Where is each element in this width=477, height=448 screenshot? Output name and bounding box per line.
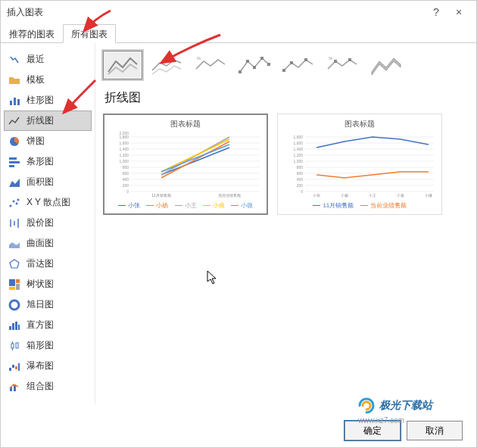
sidebar-item-surface[interactable]: 曲面图	[4, 233, 92, 254]
preview-2[interactable]: 图表标题 02004006008001,0001,2001,4001,6001,…	[277, 114, 442, 215]
sidebar-item-pie[interactable]: 饼图	[4, 131, 92, 151]
svg-point-7	[10, 204, 12, 207]
dialog-body: 最近 模板 柱形图 折线图 饼图 条形图 面积图 X Y 散点图	[1, 43, 476, 403]
sidebar-item-line[interactable]: 折线图	[4, 110, 92, 131]
preview-2-legend: 11月销售额 当前业绩售额	[282, 201, 437, 210]
svg-point-19	[10, 300, 19, 310]
sidebar-item-templates[interactable]: 模板	[4, 70, 92, 90]
svg-text:200: 200	[123, 183, 129, 188]
svg-rect-0	[10, 101, 12, 105]
subtype-stacked-line-markers[interactable]	[279, 51, 318, 79]
svg-rect-35	[238, 70, 242, 73]
subtype-stacked-line[interactable]	[147, 51, 186, 79]
svg-rect-24	[11, 344, 14, 348]
svg-text:小微: 小微	[425, 193, 432, 198]
scatter-chart-icon	[8, 197, 20, 209]
close-button[interactable]: ×	[447, 6, 470, 18]
sidebar-item-label: X Y 散点图	[26, 196, 70, 209]
line-chart-icon	[8, 115, 20, 127]
svg-text:11月销售额: 11月销售额	[151, 193, 171, 198]
waterfall-icon	[8, 360, 20, 372]
window-title: 插入图表	[7, 6, 43, 19]
svg-rect-16	[16, 279, 20, 283]
sidebar-item-waterfall[interactable]: 瀑布图	[4, 356, 92, 376]
sunburst-icon	[8, 299, 20, 311]
svg-text:小王: 小王	[369, 193, 376, 198]
subtype-100stacked-line-markers[interactable]: %	[323, 51, 362, 79]
preview-title: 图表标题	[108, 119, 263, 129]
subtype-line[interactable]	[103, 51, 142, 79]
svg-rect-22	[15, 322, 17, 330]
sidebar-item-treemap[interactable]: 树状图	[4, 274, 92, 294]
radar-chart-icon	[8, 258, 20, 270]
cancel-button[interactable]: 取消	[407, 421, 463, 440]
svg-text:200: 200	[297, 183, 304, 188]
sidebar-item-sunburst[interactable]: 旭日图	[4, 294, 92, 315]
preview-title: 图表标题	[282, 119, 437, 129]
svg-text:1,400: 1,400	[119, 147, 129, 151]
svg-rect-23	[18, 325, 20, 330]
subtype-line-markers[interactable]	[235, 51, 274, 79]
sidebar-item-label: 组合图	[26, 380, 54, 393]
tab-recommended[interactable]: 推荐的图表	[1, 24, 63, 43]
subtype-3d-line[interactable]	[366, 51, 406, 79]
svg-rect-27	[16, 343, 18, 348]
sidebar-item-bar[interactable]: 条形图	[4, 151, 92, 172]
svg-text:1,200: 1,200	[293, 153, 303, 157]
svg-text:400: 400	[297, 177, 304, 182]
tab-all-charts[interactable]: 所有图表	[63, 24, 116, 43]
sidebar-item-label: 折线图	[26, 114, 54, 127]
svg-rect-6	[9, 165, 14, 167]
svg-rect-18	[9, 287, 15, 290]
sidebar-item-histogram[interactable]: 直方图	[4, 315, 92, 335]
svg-text:1,000: 1,000	[119, 159, 129, 163]
bar-chart-icon	[8, 156, 20, 168]
svg-rect-39	[267, 63, 270, 66]
svg-text:1,200: 1,200	[119, 153, 129, 157]
sidebar-item-label: 条形图	[26, 155, 54, 168]
sidebar-item-label: 直方图	[26, 319, 54, 331]
subtype-100stacked-line[interactable]: %	[191, 51, 230, 79]
titlebar: 插入图表 ? ×	[1, 1, 476, 23]
chart-type-list: 最近 模板 柱形图 折线图 饼图 条形图 面积图 X Y 散点图	[1, 43, 95, 403]
svg-text:当前业绩售额: 当前业绩售额	[218, 193, 241, 198]
sidebar-item-label: 瀑布图	[26, 359, 54, 372]
sidebar-item-radar[interactable]: 雷达图	[4, 254, 92, 274]
sidebar-item-column[interactable]: 柱形图	[4, 90, 92, 110]
svg-point-8	[13, 200, 15, 202]
sidebar-item-combo[interactable]: 组合图	[4, 376, 92, 397]
svg-text:2,000: 2,000	[119, 131, 129, 135]
help-button[interactable]: ?	[425, 6, 447, 18]
svg-text:小张: 小张	[313, 193, 320, 198]
svg-text:小俊: 小俊	[397, 193, 404, 198]
svg-rect-43	[334, 60, 337, 63]
dialog-footer: 确定 取消	[1, 414, 476, 447]
preview-1[interactable]: 图表标题 02004006008001,0001,2001,4001,6001,…	[103, 114, 268, 215]
svg-rect-5	[9, 161, 20, 163]
svg-rect-15	[9, 279, 15, 286]
svg-text:1,600: 1,600	[119, 141, 129, 145]
svg-text:%: %	[329, 56, 333, 61]
svg-rect-37	[253, 66, 256, 69]
sidebar-item-recent[interactable]: 最近	[4, 49, 92, 70]
svg-point-9	[16, 202, 18, 204]
pie-chart-icon	[8, 135, 20, 148]
sidebar-item-label: 饼图	[26, 135, 45, 148]
ok-button[interactable]: 确定	[344, 421, 401, 440]
svg-text:%: %	[197, 56, 201, 61]
sidebar-item-area[interactable]: 面积图	[4, 172, 92, 192]
svg-text:1,600: 1,600	[293, 141, 303, 145]
sidebar-item-label: 股价图	[26, 216, 54, 229]
tab-strip: 推荐的图表 所有图表	[1, 23, 476, 43]
folder-icon	[8, 74, 20, 86]
svg-text:小杨: 小杨	[341, 193, 348, 198]
surface-chart-icon	[8, 238, 20, 250]
sidebar-item-stock[interactable]: 股价图	[4, 213, 92, 233]
svg-rect-31	[18, 363, 20, 371]
svg-text:600: 600	[123, 171, 129, 176]
sidebar-item-box[interactable]: 箱形图	[4, 335, 92, 356]
sidebar-item-scatter[interactable]: X Y 散点图	[4, 192, 92, 213]
svg-rect-1	[14, 98, 16, 105]
sidebar-item-label: 最近	[26, 53, 45, 66]
preview-1-legend: 小张 小杨 小王 小俊 小微	[108, 201, 263, 210]
